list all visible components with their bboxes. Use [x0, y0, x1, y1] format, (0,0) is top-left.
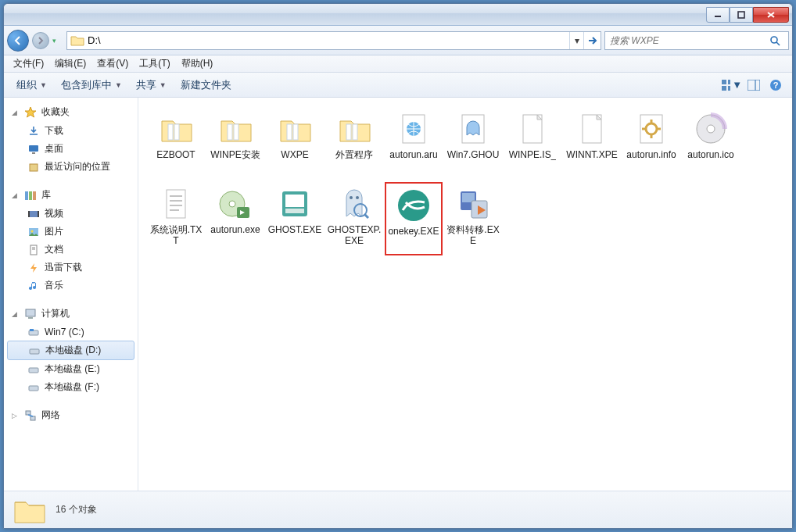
- search-icon[interactable]: [769, 35, 788, 46]
- file-item[interactable]: autorun.info: [622, 107, 680, 180]
- file-label: Win7.GHOU: [447, 149, 500, 160]
- file-item[interactable]: 系统说明.TXT: [147, 182, 205, 255]
- search-input[interactable]: [605, 35, 769, 46]
- file-item[interactable]: GHOSTEXP.EXE: [325, 182, 383, 255]
- computer-group: ◢ 计算机 Win7 (C:) 本地磁盘 (D:) 本地磁盘 (E:) 本地磁盘…: [4, 305, 138, 396]
- file-label: autorun.ico: [687, 149, 733, 160]
- svg-line-37: [28, 415, 33, 416]
- address-input[interactable]: [88, 34, 569, 46]
- sidebar-item-drive-e[interactable]: 本地磁盘 (E:): [4, 360, 138, 378]
- file-item[interactable]: WINPE.IS_: [504, 107, 561, 180]
- file-label: WINPE.IS_: [509, 149, 557, 160]
- svg-rect-15: [32, 152, 35, 154]
- computer-header[interactable]: ◢ 计算机: [4, 305, 138, 323]
- window-controls: [706, 7, 789, 23]
- titlebar: [4, 4, 792, 26]
- view-options-button[interactable]: ▼: [722, 77, 742, 94]
- menu-tools[interactable]: 工具(T): [134, 55, 174, 72]
- sidebar-item-pictures[interactable]: 图片: [4, 223, 138, 241]
- maximize-button[interactable]: [730, 7, 753, 23]
- file-label: 外置程序: [335, 149, 373, 160]
- menu-help[interactable]: 帮助(H): [177, 55, 218, 72]
- minimize-button[interactable]: [706, 7, 730, 23]
- preview-pane-button[interactable]: [744, 77, 764, 94]
- sidebar-item-desktop[interactable]: 桌面: [4, 140, 138, 158]
- svg-point-70: [350, 196, 353, 199]
- svg-rect-10: [748, 80, 760, 91]
- navigation-pane: ◢ 收藏夹 下载 桌面 最近访问的位置 ◢ 库 视频 图片 文档 迅雷下载: [4, 98, 138, 491]
- back-button[interactable]: [7, 30, 29, 52]
- file-item[interactable]: autorun.exe: [206, 182, 264, 255]
- file-item[interactable]: autorun.ico: [682, 107, 740, 180]
- svg-line-5: [776, 42, 780, 45]
- share-button[interactable]: 共享▼: [130, 76, 173, 95]
- svg-rect-20: [29, 211, 38, 217]
- menu-file[interactable]: 文件(F): [9, 55, 48, 72]
- file-item[interactable]: 资料转移.EXE: [444, 182, 502, 255]
- organize-label: 组织: [16, 78, 37, 92]
- include-in-library-button[interactable]: 包含到库中▼: [55, 76, 128, 95]
- file-item[interactable]: EZBOOT: [147, 107, 205, 180]
- favorites-group: ◢ 收藏夹 下载 桌面 最近访问的位置: [4, 104, 138, 176]
- file-view[interactable]: EZBOOTWINPE安装WXPE外置程序autorun.aruWin7.GHO…: [138, 98, 792, 491]
- file-item[interactable]: onekey.EXE: [385, 182, 443, 255]
- sidebar-item-music[interactable]: 音乐: [4, 277, 138, 295]
- file-item[interactable]: Win7.GHOU: [444, 107, 502, 180]
- menu-view[interactable]: 查看(V): [92, 55, 133, 72]
- library-icon: [24, 189, 37, 202]
- sidebar-item-drive-f[interactable]: 本地磁盘 (F:): [4, 378, 138, 396]
- download-icon: [27, 125, 40, 137]
- history-dropdown[interactable]: ▾: [52, 37, 63, 45]
- sidebar-item-drive-c[interactable]: Win7 (C:): [4, 323, 138, 341]
- include-label: 包含到库中: [61, 78, 112, 92]
- sidebar-item-downloads[interactable]: 下载: [4, 122, 138, 140]
- menubar: 文件(F) 编辑(E) 查看(V) 工具(T) 帮助(H): [4, 55, 792, 73]
- svg-rect-35: [26, 411, 30, 415]
- sidebar-item-thunder[interactable]: 迅雷下载: [4, 259, 138, 277]
- svg-rect-8: [722, 86, 726, 91]
- file-item[interactable]: WINNT.XPE: [563, 107, 621, 180]
- search-box[interactable]: [604, 31, 789, 50]
- expand-icon: ◢: [12, 109, 20, 116]
- svg-point-65: [229, 201, 235, 207]
- file-label: WINNT.XPE: [566, 149, 617, 160]
- svg-rect-40: [228, 124, 232, 140]
- file-label: autorun.info: [626, 149, 676, 160]
- folder-icon: [12, 495, 46, 526]
- computer-icon: [24, 308, 37, 320]
- svg-text:?: ?: [773, 80, 779, 90]
- sidebar-item-documents[interactable]: 文档: [4, 241, 138, 259]
- ghost-app-icon: [276, 185, 314, 223]
- share-label: 共享: [136, 78, 156, 92]
- file-item[interactable]: autorun.aru: [385, 107, 443, 180]
- file-item[interactable]: 外置程序: [325, 107, 383, 180]
- network-header[interactable]: ▷ 网络: [4, 407, 138, 425]
- file-item[interactable]: GHOST.EXE: [266, 182, 324, 255]
- sidebar-item-drive-d[interactable]: 本地磁盘 (D:): [7, 341, 134, 360]
- network-group: ▷ 网络: [4, 407, 138, 425]
- html-icon: [395, 110, 432, 148]
- forward-button[interactable]: [32, 32, 49, 49]
- go-button[interactable]: [583, 32, 601, 49]
- favorites-header[interactable]: ◢ 收藏夹: [4, 104, 138, 122]
- ghost-exp-icon: [335, 185, 373, 223]
- recent-icon: [27, 161, 40, 173]
- help-button[interactable]: ?: [766, 77, 786, 94]
- status-count: 16 个对象: [56, 503, 97, 516]
- file-item[interactable]: WXPE: [266, 107, 324, 180]
- close-button[interactable]: [753, 7, 789, 23]
- svg-rect-19: [33, 191, 36, 200]
- address-dropdown[interactable]: ▾: [569, 32, 583, 49]
- svg-rect-22: [38, 211, 39, 217]
- address-bar[interactable]: ▾: [66, 31, 601, 50]
- sidebar-item-videos[interactable]: 视频: [4, 205, 138, 223]
- network-label: 网络: [41, 409, 60, 422]
- menu-edit[interactable]: 编辑(E): [50, 55, 91, 72]
- sidebar-item-recent[interactable]: 最近访问的位置: [4, 158, 138, 176]
- new-folder-button[interactable]: 新建文件夹: [174, 76, 238, 95]
- svg-rect-16: [30, 164, 38, 171]
- navigation-bar: ▾ ▾: [4, 26, 792, 55]
- libraries-header[interactable]: ◢ 库: [4, 187, 138, 205]
- organize-button[interactable]: 组织▼: [10, 76, 53, 95]
- file-item[interactable]: WINPE安装: [206, 107, 264, 180]
